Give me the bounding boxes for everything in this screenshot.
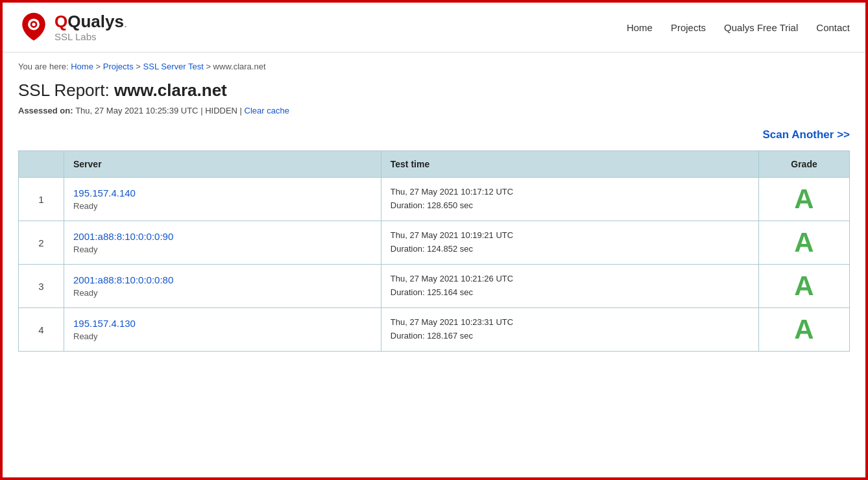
nav-free-trial[interactable]: Qualys Free Trial (724, 22, 798, 33)
row-server: 2001:a88:8:10:0:0:0:90 Ready (64, 221, 381, 265)
page-title: SSL Report: www.clara.net (18, 80, 850, 101)
grade-letter: A (794, 270, 814, 301)
breadcrumb: You are here: Home > Projects > SSL Serv… (18, 62, 850, 71)
breadcrumb-home[interactable]: Home (71, 62, 93, 71)
breadcrumb-prefix: You are here: (18, 62, 71, 71)
breadcrumb-projects[interactable]: Projects (103, 62, 134, 71)
nav-contact[interactable]: Contact (816, 22, 850, 33)
row-grade: A (759, 178, 850, 221)
row-test-time: Thu, 27 May 2021 10:21:26 UTCDuration: 1… (381, 265, 758, 308)
server-status: Ready (73, 201, 98, 211)
table-row: 1 195.157.4.140 Ready Thu, 27 May 2021 1… (19, 178, 850, 221)
col-header-server: Server (64, 151, 381, 178)
row-num: 2 (19, 221, 64, 265)
table-header: Server Test time Grade (19, 151, 850, 178)
table-row: 2 2001:a88:8:10:0:0:0:90 Ready Thu, 27 M… (19, 221, 850, 265)
grade-letter: A (794, 184, 814, 214)
table-body: 1 195.157.4.140 Ready Thu, 27 May 2021 1… (19, 178, 850, 352)
row-grade: A (759, 221, 850, 265)
row-test-time: Thu, 27 May 2021 10:17:12 UTCDuration: 1… (381, 178, 758, 221)
row-test-time: Thu, 27 May 2021 10:23:31 UTCDuration: 1… (381, 308, 758, 352)
row-num: 3 (19, 265, 64, 308)
row-server: 2001:a88:8:10:0:0:0:80 Ready (64, 265, 381, 308)
row-num: 4 (19, 308, 64, 352)
qualys-logo-icon (18, 12, 49, 43)
nav-projects[interactable]: Projects (671, 22, 706, 33)
assessed-line: Assessed on: Thu, 27 May 2021 10:25:39 U… (18, 106, 850, 115)
col-header-grade: Grade (759, 151, 850, 178)
table-row: 4 195.157.4.130 Ready Thu, 27 May 2021 1… (19, 308, 850, 352)
breadcrumb-ssl-server-test[interactable]: SSL Server Test (143, 62, 204, 71)
server-ip-link[interactable]: 195.157.4.130 (73, 318, 372, 329)
breadcrumb-current: www.clara.net (213, 62, 266, 71)
grade-letter: A (794, 314, 814, 344)
col-header-test-time: Test time (381, 151, 758, 178)
svg-point-2 (32, 23, 35, 26)
main-content: You are here: Home > Projects > SSL Serv… (3, 53, 865, 367)
logo-ssllabs: SSL Labs (54, 31, 127, 42)
col-header-num (19, 151, 64, 178)
row-num: 1 (19, 178, 64, 221)
logo-text: QQualys. SSL Labs (54, 13, 127, 42)
scan-another-link[interactable]: Scan Another >> (763, 128, 850, 141)
row-grade: A (759, 265, 850, 308)
server-ip-link[interactable]: 2001:a88:8:10:0:0:0:80 (73, 274, 372, 285)
server-status: Ready (73, 288, 98, 298)
assessed-date: Thu, 27 May 2021 10:25:39 UTC (75, 106, 198, 115)
nav-home[interactable]: Home (627, 22, 653, 33)
server-ip-link[interactable]: 195.157.4.140 (73, 187, 372, 198)
site-header: QQualys. SSL Labs Home Projects Qualys F… (3, 3, 865, 53)
row-grade: A (759, 308, 850, 352)
server-status: Ready (73, 245, 98, 254)
results-table: Server Test time Grade 1 195.157.4.140 R… (18, 150, 850, 352)
row-server: 195.157.4.130 Ready (64, 308, 381, 352)
server-ip-link[interactable]: 2001:a88:8:10:0:0:0:90 (73, 231, 372, 242)
logo-brand: QQualys. (54, 13, 127, 30)
main-nav: Home Projects Qualys Free Trial Contact (627, 22, 850, 33)
clear-cache-link[interactable]: Clear cache (245, 106, 289, 115)
row-test-time: Thu, 27 May 2021 10:19:21 UTCDuration: 1… (381, 221, 758, 265)
hidden-label: HIDDEN (205, 106, 237, 115)
logo-area: QQualys. SSL Labs (18, 12, 127, 43)
table-row: 3 2001:a88:8:10:0:0:0:80 Ready Thu, 27 M… (19, 265, 850, 308)
row-server: 195.157.4.140 Ready (64, 178, 381, 221)
scan-another-row: Scan Another >> (18, 128, 850, 141)
server-status: Ready (73, 331, 98, 341)
grade-letter: A (794, 227, 814, 258)
